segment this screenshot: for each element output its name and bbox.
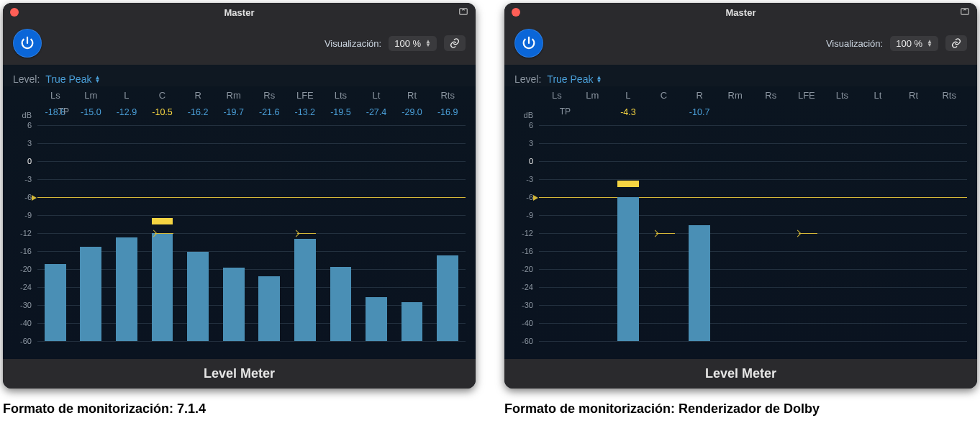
channel-label: Lm <box>575 90 611 101</box>
channel-meter <box>394 125 430 341</box>
channel-meter <box>145 125 181 341</box>
channel-label: Rs <box>251 90 287 101</box>
level-bar <box>223 268 245 341</box>
level-bar <box>689 225 710 341</box>
channel-label: Rm <box>216 90 252 101</box>
channel-label: LFE <box>789 90 825 101</box>
channel-meter <box>109 125 145 341</box>
panel-caption: Formato de monitorización: Renderizador … <box>504 401 977 417</box>
level-meter-panel: MasterVisualización:100 %▲▼Level:True Pe… <box>3 3 476 389</box>
channel-label: C <box>145 90 181 101</box>
threshold-handle-icon[interactable] <box>32 195 37 201</box>
meter-area: LsLmLCRRmRsLFELtsLtRtRtsTP-4.3-10.7dB630… <box>504 86 977 359</box>
channel-threshold-icon[interactable] <box>653 231 675 236</box>
channel-header-row: LsLmLCRRmRsLFELtsLtRtRts <box>539 86 967 104</box>
visualization-dropdown[interactable]: 100 %▲▼ <box>389 36 437 51</box>
channel-label: C <box>646 90 682 101</box>
y-tick-label: 0 <box>27 157 32 165</box>
y-tick-label: -9 <box>526 211 533 219</box>
channel-meter <box>610 125 646 341</box>
panel-caption: Formato de monitorización: 7.1.4 <box>3 401 476 417</box>
channel-label: L <box>109 90 145 101</box>
window-title: Master <box>3 7 476 18</box>
channel-label: Ls <box>539 90 575 101</box>
level-bar <box>45 264 66 342</box>
true-peak-value: -16.9 <box>430 107 466 117</box>
meter-area: LsLmLCRRmRsLFELtsLtRtRtsTP-18.8-15.0-12.… <box>3 86 476 359</box>
channel-threshold-icon[interactable] <box>151 231 173 236</box>
true-peak-value: -4.3 <box>610 107 646 117</box>
visualization-dropdown[interactable]: 100 %▲▼ <box>890 36 938 51</box>
channel-meter <box>216 125 252 341</box>
channel-meter <box>251 125 287 341</box>
channel-label: L <box>610 90 646 101</box>
level-mode-value: True Peak <box>547 73 593 85</box>
meter-bars <box>539 125 967 341</box>
channel-meter <box>931 125 967 341</box>
link-button[interactable] <box>444 35 466 51</box>
meter-bars <box>37 125 466 341</box>
window-titlebar: Master <box>504 3 977 22</box>
channel-meter <box>825 125 861 341</box>
channel-meter <box>73 125 109 341</box>
y-tick-label: -6 <box>526 193 533 201</box>
channel-label: Rt <box>896 90 932 101</box>
true-peak-value: -10.7 <box>681 107 717 117</box>
level-meter-plot: dB630-3-6-9-12-16-20-24-30-40-60 <box>37 125 466 341</box>
channel-label: LFE <box>287 90 323 101</box>
true-peak-value: -13.2 <box>287 107 323 117</box>
plugin-name: Level Meter <box>3 359 476 389</box>
y-tick-label: 0 <box>529 157 533 165</box>
plugin-toolbar: Visualización:100 %▲▼ <box>3 22 476 65</box>
y-tick-label: -3 <box>24 175 32 183</box>
level-bar <box>366 297 387 341</box>
channel-meter <box>717 125 753 341</box>
y-tick-label: 6 <box>529 121 533 130</box>
y-tick-label: -12 <box>20 229 32 237</box>
y-tick-label: -16 <box>522 247 533 255</box>
plugin-name: Level Meter <box>504 359 977 389</box>
channel-meter <box>539 125 575 341</box>
level-mode-dropdown[interactable]: True Peak▲▼ <box>45 73 100 85</box>
true-peak-value: -15.0 <box>73 107 109 117</box>
level-meter-plot: dB630-3-6-9-12-16-20-24-30-40-60 <box>539 125 967 341</box>
channel-meter <box>646 125 682 341</box>
link-button[interactable] <box>945 35 967 51</box>
level-mode-dropdown[interactable]: True Peak▲▼ <box>547 73 602 85</box>
channel-meter <box>753 125 789 341</box>
y-tick-label: -12 <box>522 229 533 237</box>
level-bar <box>258 276 280 341</box>
y-tick-label: 6 <box>27 121 32 130</box>
plugin-toolbar: Visualización:100 %▲▼ <box>504 22 977 65</box>
true-peak-value: -16.2 <box>180 107 216 117</box>
tp-row-label: TP <box>539 106 573 117</box>
true-peak-value: -29.0 <box>394 107 430 117</box>
channel-meter <box>358 125 394 341</box>
level-bar <box>116 237 137 341</box>
channel-meter <box>896 125 932 341</box>
channel-threshold-icon[interactable] <box>795 231 817 236</box>
true-peak-value: -19.5 <box>323 107 359 117</box>
level-label: Level: <box>13 73 40 85</box>
peak-indicator <box>152 218 173 224</box>
channel-meter <box>681 125 717 341</box>
y-tick-label: -24 <box>20 283 32 291</box>
db-axis-label: dB <box>524 111 533 119</box>
power-button[interactable] <box>13 29 42 58</box>
channel-label: Lt <box>358 90 394 101</box>
channel-meter <box>575 125 611 341</box>
channel-meter <box>430 125 466 341</box>
level-bar <box>187 252 209 341</box>
power-button[interactable] <box>514 29 543 58</box>
tp-row-label: TP <box>37 106 72 117</box>
channel-meter <box>860 125 896 341</box>
y-tick-label: -20 <box>20 265 32 273</box>
channel-threshold-icon[interactable] <box>294 231 316 236</box>
y-tick-label: -60 <box>20 337 32 345</box>
channel-meter <box>323 125 359 341</box>
y-tick-label: -3 <box>526 175 533 183</box>
visualization-label: Visualización: <box>325 38 381 49</box>
level-label: Level: <box>514 73 541 85</box>
threshold-handle-icon[interactable] <box>533 195 538 201</box>
y-tick-label: -30 <box>522 301 533 309</box>
